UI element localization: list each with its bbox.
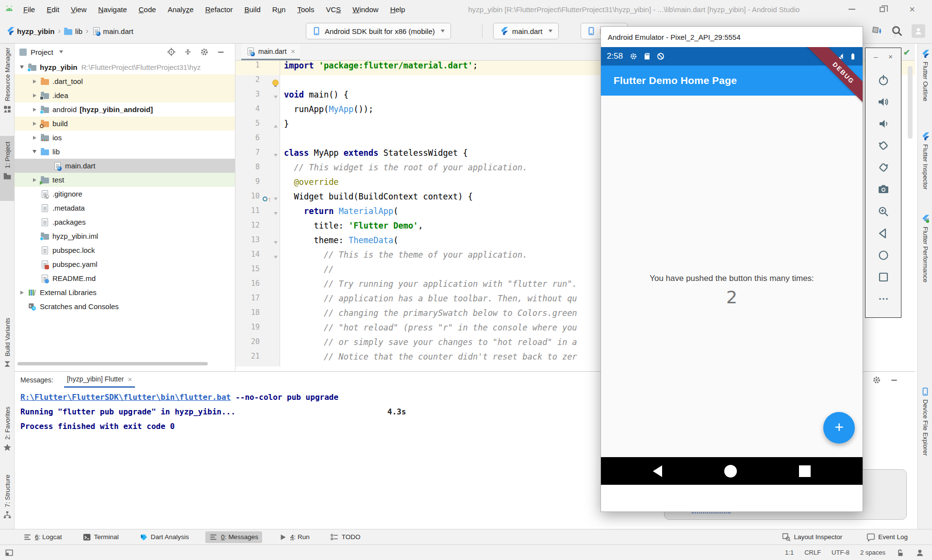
menu-item-analyze[interactable]: Analyze — [163, 4, 198, 15]
unlock-icon[interactable] — [896, 548, 905, 557]
fold-marker-icon[interactable] — [271, 235, 280, 250]
console-link[interactable]: R:\Flutter\FlutterSDK\flutter\bin\flutte… — [20, 393, 231, 402]
tree-item-ios[interactable]: ios — [15, 131, 235, 145]
tool-tab-device-file-explorer[interactable]: Device File Explorer — [918, 387, 932, 456]
editor-tab-main-dart[interactable]: main.dart × — [241, 44, 300, 60]
run-config-dropdown[interactable]: main.dart — [493, 23, 559, 39]
user-icon[interactable] — [915, 548, 924, 557]
tool-window-button-dart-analysis[interactable]: Dart Analysis — [135, 531, 193, 543]
search-icon[interactable] — [891, 25, 903, 37]
emulator-volume-up-button[interactable] — [877, 96, 890, 108]
tree-item-build[interactable]: build — [15, 116, 235, 131]
fold-marker-icon[interactable] — [271, 250, 280, 264]
settings-icon[interactable] — [872, 376, 881, 384]
menu-item-build[interactable]: Build — [239, 4, 265, 15]
tool-window-button-layout-inspector[interactable]: Layout Inspector — [778, 531, 846, 543]
breadcrumb-lib[interactable]: lib — [64, 27, 83, 35]
fold-marker-icon[interactable] — [271, 90, 280, 104]
fold-marker-icon[interactable] — [271, 148, 280, 163]
menu-item-code[interactable]: Code — [134, 4, 161, 15]
device-selector-dropdown[interactable]: Android SDK built for x86 (mobile) — [306, 23, 451, 39]
tree-item-packages[interactable]: .packages — [15, 215, 235, 229]
tree-item-external-libraries[interactable]: External Libraries — [15, 285, 235, 299]
avatar[interactable] — [912, 24, 925, 38]
status-widget-utf-8[interactable]: UTF-8 — [832, 549, 849, 556]
tree-item-hyzp-yibin-iml[interactable]: hyzp_yibin.iml — [15, 229, 235, 243]
emulator-camera-button[interactable] — [877, 183, 890, 196]
tool-window-button-0-messages[interactable]: 0: Messages — [205, 531, 262, 543]
tree-item-readme-md[interactable]: README.md — [15, 271, 235, 285]
status-widget-1-1[interactable]: 1:1 — [785, 549, 794, 556]
emulator-more-button[interactable] — [877, 293, 890, 305]
hide-icon[interactable] — [890, 376, 899, 384]
status-widget-crlf[interactable]: CRLF — [804, 549, 821, 556]
emulator-zoom-button[interactable] — [877, 205, 890, 218]
tree-item-metadata[interactable]: .metadata — [15, 201, 235, 215]
intention-bulb-icon[interactable] — [272, 80, 279, 86]
menu-item-view[interactable]: View — [66, 4, 91, 15]
menu-item-vcs[interactable]: VCS — [321, 4, 346, 15]
tool-tab-build-variants[interactable]: Build Variants — [0, 318, 15, 395]
tree-item-dart-tool[interactable]: .dart_tool — [15, 74, 235, 88]
emulator-volume-down-button[interactable] — [877, 117, 890, 130]
emulator-home-button[interactable] — [877, 249, 890, 262]
panel-toggle-icon[interactable] — [5, 548, 14, 557]
emulator-rotate-right-button[interactable] — [877, 161, 890, 174]
emulator-back-button[interactable] — [877, 227, 890, 240]
chevron-down-icon[interactable] — [59, 50, 63, 53]
tree-item-hyzp-yibin[interactable]: hyzp_yibinR:\FlutterProject\FlutterProje… — [15, 60, 235, 74]
tool-tab-1-project[interactable]: 1: Project — [0, 136, 15, 201]
tool-tab-flutter-performance[interactable]: Flutter Performance — [918, 214, 932, 282]
tree-item-gitignore[interactable]: .gitignore — [15, 187, 235, 201]
settings-icon[interactable] — [200, 48, 209, 56]
home-button[interactable] — [724, 465, 737, 478]
expand-arrow-icon[interactable] — [31, 92, 38, 99]
emulator-minimize-button[interactable]: – — [874, 52, 878, 61]
breadcrumb-hyzp-yibin[interactable]: hyzp_yibin — [6, 27, 55, 35]
menu-item-file[interactable]: File — [18, 4, 40, 15]
emulator-window[interactable]: Android Emulator - Pixel_2_API_29:5554 2… — [600, 26, 863, 512]
emulator-rotate-left-button[interactable] — [877, 139, 890, 152]
collapse-all-icon[interactable] — [183, 48, 192, 56]
close-button[interactable]: × — [904, 3, 920, 15]
inspections-ok-icon[interactable]: ✔ — [903, 48, 910, 58]
messages-tab-flutter[interactable]: [hyzp_yibin] Flutter × — [64, 372, 135, 388]
project-horizontal-scrollbar[interactable] — [17, 362, 208, 365]
tree-item-pubspec-lock[interactable]: pubspec.lock — [15, 243, 235, 257]
close-icon[interactable]: × — [291, 47, 295, 55]
project-panel-title[interactable]: Project — [31, 48, 53, 56]
menu-item-run[interactable]: Run — [267, 4, 291, 15]
expand-arrow-icon[interactable] — [31, 78, 38, 85]
tree-item-lib[interactable]: lib — [15, 145, 235, 159]
close-icon[interactable]: × — [128, 375, 132, 383]
tree-item-test[interactable]: test — [15, 173, 235, 187]
tool-tab-7-structure[interactable]: 7: Structure — [0, 475, 15, 535]
tool-window-button-6-logcat[interactable]: 6: Logcat — [19, 531, 66, 543]
fab-increment-button[interactable]: + — [823, 412, 855, 444]
emulator-power-button[interactable] — [877, 74, 890, 86]
menu-item-tools[interactable]: Tools — [292, 4, 319, 15]
emulator-close-button[interactable]: × — [888, 52, 893, 61]
tool-tab-flutter-outline[interactable]: Flutter Outline — [918, 49, 932, 101]
tree-item-idea[interactable]: .idea — [15, 88, 235, 102]
tree-item-android[interactable]: android[hyzp_yibin_android] — [15, 102, 235, 116]
tool-tab-resource-manager[interactable]: Resource Manager — [0, 48, 15, 131]
fold-marker-icon[interactable] — [271, 192, 280, 206]
collapse-arrow-icon[interactable] — [31, 148, 38, 155]
tool-window-button-4-run[interactable]: 4: Run — [275, 531, 314, 543]
tool-tab-2-favorites[interactable]: 2: Favorites — [0, 407, 15, 462]
expand-arrow-icon[interactable] — [31, 120, 38, 127]
minimize-button[interactable] — [844, 3, 860, 15]
expand-arrow-icon[interactable] — [18, 289, 25, 296]
tool-window-button-event-log[interactable]: Event Log — [863, 531, 912, 543]
editor-scrollbar[interactable] — [908, 66, 913, 139]
expand-arrow-icon[interactable] — [31, 177, 38, 183]
tree-item-pubspec-yaml[interactable]: pubspec.yaml — [15, 257, 235, 271]
maximize-button[interactable] — [874, 3, 890, 15]
collapse-arrow-icon[interactable] — [18, 64, 25, 71]
fold-marker-icon[interactable] — [271, 119, 280, 133]
menu-item-refactor[interactable]: Refactor — [200, 4, 238, 15]
locate-icon[interactable] — [167, 48, 176, 56]
menu-item-help[interactable]: Help — [385, 4, 410, 15]
expand-arrow-icon[interactable] — [31, 106, 38, 113]
